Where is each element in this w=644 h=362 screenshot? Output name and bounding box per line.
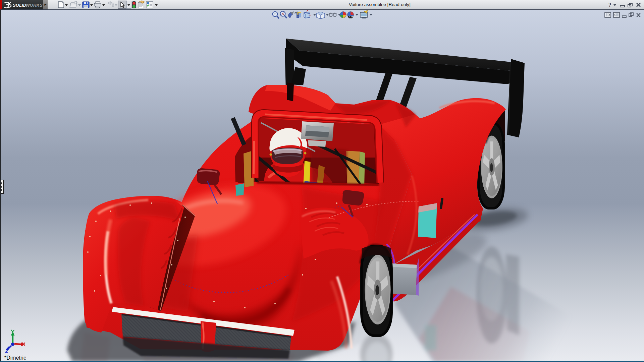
svg-text:?: ?	[608, 2, 611, 8]
svg-text:SOLID: SOLID	[13, 3, 26, 8]
svg-text:WORKS: WORKS	[26, 3, 43, 8]
